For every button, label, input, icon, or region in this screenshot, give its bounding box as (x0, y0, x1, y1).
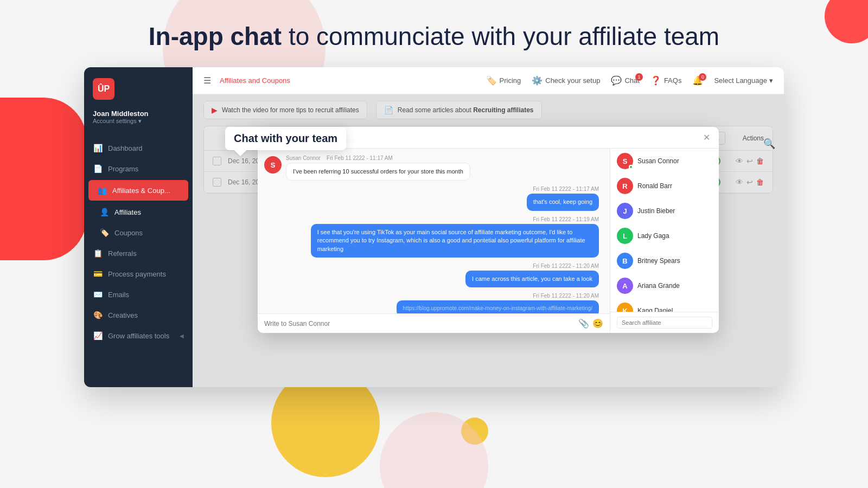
contacts-search (610, 312, 719, 333)
referrals-icon: 📋 (93, 248, 103, 258)
faqs-nav-item[interactable]: ❓ FAQs (650, 75, 682, 86)
account-settings-link[interactable]: Account settings ▾ (93, 118, 184, 125)
chat-modal: Affiliate: Susan Connor ✕ S Sus (258, 127, 719, 333)
sidebar-item-payments[interactable]: 💳 Process payments (84, 264, 193, 284)
message-bubble-wrap: Fri Feb 11 2222 - 11:17 AM that's cool, … (527, 186, 599, 210)
chat-input-icons: 📎 😊 (578, 318, 603, 329)
message-bubble-wrap: Fri Feb 11 2222 - 11:20 AM I came across… (465, 263, 599, 287)
contact-name: Britney Spears (637, 257, 680, 265)
title-bold: In-app chat (149, 22, 282, 50)
chat-modal-body: S Susan Connor Fri Feb 11 2222 - 11:17 A… (258, 149, 719, 333)
sidebar-item-label: Creatives (108, 311, 138, 319)
faqs-icon: ❓ (650, 75, 661, 86)
contact-item-britney[interactable]: B Britney Spears (610, 248, 719, 273)
sidebar-item-label: Affiliates & Coup... (112, 187, 170, 195)
affiliates-icon: 👤 (99, 207, 109, 217)
sidebar-item-creatives[interactable]: 🎨 Creatives (84, 305, 193, 325)
message-meta: Fri Feb 11 2222 - 11:20 AM (397, 293, 599, 299)
emails-icon: ✉️ (93, 290, 103, 299)
sidebar-item-label: Referrals (108, 249, 137, 258)
sidebar-item-label: Dashboard (108, 144, 143, 152)
message-row: Fri Feb 11 2222 - 11:17 AM that's cool, … (264, 186, 603, 210)
message-bubble-wrap: Fri Feb 11 2222 - 11:19 AM I see that yo… (311, 216, 599, 258)
programs-icon: 📄 (93, 164, 103, 174)
message-avatar: S (264, 156, 282, 174)
contact-item-ariana[interactable]: A Ariana Grande (610, 273, 719, 298)
top-nav: ☰ Affiliates and Coupons 🏷️ Pricing ⚙️ C… (193, 67, 784, 94)
sidebar-item-label: Programs (108, 165, 138, 173)
emoji-icon[interactable]: 😊 (592, 318, 603, 329)
app-window: ÛP Joan Middleston Account settings ▾ 📊 … (84, 67, 784, 387)
message-row: S Susan Connor Fri Feb 11 2222 - 11:17 A… (264, 155, 603, 181)
contact-item-justin[interactable]: J Justin Bieber (610, 198, 719, 223)
contact-avatar: L (617, 228, 633, 244)
logo-box: ÛP (93, 78, 114, 100)
message-bubble: I came across this article, you can take… (465, 271, 599, 287)
language-selector[interactable]: Select Language ▾ (714, 76, 773, 85)
online-indicator (629, 165, 633, 169)
dashboard-icon: 📊 (93, 143, 103, 153)
chevron-icon: ◀ (180, 333, 184, 339)
message-bubble-link: https://blog.uppromote.com/make-money-on… (397, 300, 599, 313)
breadcrumb[interactable]: Affiliates and Coupons (220, 76, 290, 85)
contacts-list: S Susan Connor R Ronald Barr (610, 149, 719, 312)
message-bubble-wrap: Susan Connor Fri Feb 11 2222 - 11:17 AM … (286, 155, 470, 181)
title-normal: to communciate with your affiliate team (282, 22, 719, 50)
contact-item-kang[interactable]: K Kang Daniel (610, 298, 719, 312)
pricing-label: Pricing (500, 76, 521, 85)
chat-modal-overlay: Chat with your team Affiliate: Susan Con… (193, 94, 784, 387)
sidebar-logo: ÛP (84, 67, 193, 105)
sidebar-item-grow[interactable]: 📈 Grow affiliates tools ◀ (84, 325, 193, 346)
sidebar: ÛP Joan Middleston Account settings ▾ 📊 … (84, 67, 193, 387)
contact-item-lady[interactable]: L Lady Gaga (610, 223, 719, 248)
pricing-nav-item[interactable]: 🏷️ Pricing (486, 75, 521, 86)
chat-input-field[interactable] (264, 320, 574, 328)
notifications-badge: 0 (699, 73, 706, 81)
contact-avatar: B (617, 253, 633, 269)
sidebar-user: Joan Middleston Account settings ▾ (84, 105, 193, 133)
contacts-search-input[interactable] (617, 317, 712, 329)
sidebar-item-emails[interactable]: ✉️ Emails (84, 284, 193, 305)
sidebar-item-label: Emails (108, 291, 129, 299)
contact-item-susan[interactable]: S Susan Connor (610, 149, 719, 174)
message-bubble: I've been referring 10 successful orders… (286, 163, 470, 181)
contact-name: Justin Bieber (637, 207, 675, 215)
chat-tooltip-text: Chat with your team (234, 132, 337, 144)
chat-tooltip: Chat with your team (225, 127, 346, 150)
contact-item-ronald[interactable]: R Ronald Barr (610, 174, 719, 198)
check-setup-nav-item[interactable]: ⚙️ Check your setup (532, 75, 600, 86)
hamburger-icon[interactable]: ☰ (203, 75, 211, 86)
sidebar-item-affiliates[interactable]: 👤 Affiliates (84, 202, 193, 222)
contacts-sidebar: S Susan Connor R Ronald Barr (610, 149, 719, 333)
page-header: In-app chat to communciate with your aff… (0, 0, 868, 67)
sidebar-item-coupons[interactable]: 🏷️ Coupons (84, 222, 193, 243)
sidebar-item-programs[interactable]: 📄 Programs (84, 158, 193, 179)
sidebar-item-dashboard[interactable]: 📊 Dashboard (84, 138, 193, 158)
top-nav-right: 🏷️ Pricing ⚙️ Check your setup 💬 Chat 1 … (486, 75, 774, 86)
message-row: Fri Feb 11 2222 - 11:20 AM I came across… (264, 263, 603, 287)
bg-decoration-blob-red (0, 98, 87, 260)
page-title: In-app chat to communciate with your aff… (0, 22, 868, 51)
contact-name: Ronald Barr (637, 182, 672, 190)
contact-name: Susan Connor (637, 157, 679, 165)
chat-area: S Susan Connor Fri Feb 11 2222 - 11:17 A… (258, 149, 610, 333)
sidebar-item-label: Affiliates (114, 208, 141, 216)
sidebar-item-referrals[interactable]: 📋 Referrals (84, 243, 193, 264)
attachment-icon[interactable]: 📎 (578, 318, 589, 329)
message-bubble: I see that you're using TikTok as your m… (311, 224, 599, 258)
chat-nav-item[interactable]: 💬 Chat 1 (611, 75, 639, 86)
payments-icon: 💳 (93, 269, 103, 279)
sidebar-nav: 📊 Dashboard 📄 Programs 👥 Affiliates & Co… (84, 133, 193, 387)
main-content: ☰ Affiliates and Coupons 🏷️ Pricing ⚙️ C… (193, 67, 784, 387)
faqs-label: FAQs (664, 76, 682, 85)
grow-icon: 📈 (93, 331, 103, 341)
pricing-icon: 🏷️ (486, 75, 497, 86)
notifications-nav-item[interactable]: 🔔 0 (692, 75, 703, 86)
contact-avatar: K (617, 303, 633, 312)
message-meta: Fri Feb 11 2222 - 11:17 AM (527, 186, 599, 192)
chat-messages: S Susan Connor Fri Feb 11 2222 - 11:17 A… (258, 149, 610, 313)
chat-modal-close-button[interactable]: ✕ (703, 132, 710, 143)
check-setup-label: Check your setup (545, 76, 600, 85)
contact-name: Kang Daniel (637, 307, 673, 312)
sidebar-item-affiliates-coupons[interactable]: 👥 Affiliates & Coup... (88, 180, 188, 201)
